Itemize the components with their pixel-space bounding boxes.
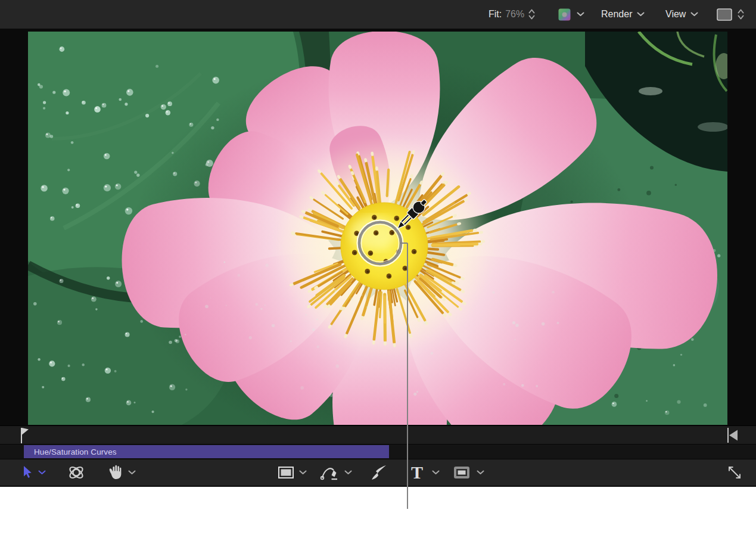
hand-icon [107, 464, 124, 481]
canvas-status-bar: Fit: 76% Render [0, 0, 756, 30]
timeline-clip-label: Hue/Saturation Curves [34, 447, 117, 456]
canvas-image-lotus [28, 32, 727, 425]
zoom-value: 76% [505, 9, 524, 20]
channels-menu[interactable] [558, 0, 584, 29]
bezier-pen-tool-icon [320, 464, 339, 481]
transform-3d-tool-button[interactable] [67, 459, 86, 486]
playhead-pin-icon[interactable] [17, 427, 31, 444]
render-menu-label: Render [601, 9, 632, 20]
mini-timeline[interactable] [0, 425, 756, 444]
canvas-layout-control[interactable] [717, 0, 745, 29]
canvas-layers-icon [717, 8, 732, 21]
canvas[interactable] [0, 30, 756, 425]
expand-canvas-button[interactable] [725, 459, 744, 486]
chevron-down-icon [38, 470, 46, 475]
chevron-down-icon [299, 470, 307, 475]
select-arrow-icon [20, 464, 35, 481]
shape-tool-button[interactable] [452, 459, 472, 486]
stepper-icon[interactable] [737, 8, 745, 20]
text-tool-menu[interactable] [431, 459, 440, 486]
expand-icon [727, 465, 742, 480]
timeline-clip[interactable]: Hue/Saturation Curves [24, 445, 389, 458]
callout-line [407, 243, 408, 509]
pan-tool-button[interactable] [106, 459, 125, 486]
bezier-tool-button[interactable] [319, 459, 340, 486]
motion-canvas-window: Fit: 76% Render [0, 0, 756, 547]
rectangle-tool-icon [277, 465, 295, 480]
text-tool-button[interactable]: T [408, 459, 426, 486]
chevron-down-icon [690, 12, 698, 17]
chevron-down-icon [344, 470, 352, 475]
chevron-down-icon [477, 470, 484, 475]
bezier-tool-menu[interactable] [344, 459, 352, 486]
paint-stroke-tool-button[interactable] [369, 459, 388, 486]
rectangle-tool-menu[interactable] [298, 459, 307, 486]
orbit-3d-icon [67, 464, 85, 481]
rectangle-tool-button[interactable] [276, 459, 295, 486]
view-menu[interactable]: View [665, 0, 698, 29]
render-menu[interactable]: Render [601, 0, 645, 29]
shape-tool-menu[interactable] [476, 459, 484, 486]
zoom-level-control[interactable]: Fit: 76% [489, 0, 536, 29]
color-swatch-icon [558, 8, 571, 21]
text-tool-icon: T [411, 464, 423, 481]
stepper-icon[interactable] [528, 8, 536, 20]
pan-tool-menu[interactable] [127, 459, 136, 486]
timeline-track: Hue/Saturation Curves [0, 444, 756, 459]
tool-bar: T [0, 459, 756, 487]
chevron-down-icon [432, 470, 440, 475]
chevron-down-icon [128, 470, 136, 475]
zoom-fit-label: Fit: [489, 9, 502, 20]
chevron-down-icon [637, 12, 645, 17]
view-menu-label: View [665, 9, 686, 20]
chevron-down-icon [577, 12, 584, 17]
caption-area: Click or drag over a color in the canvas… [0, 487, 756, 547]
shape-tool-icon [452, 465, 471, 480]
select-tool-menu[interactable] [38, 459, 46, 486]
timeline-end-icon [726, 427, 741, 444]
select-tool-button[interactable] [18, 459, 37, 486]
paint-stroke-tool-icon [370, 464, 388, 481]
